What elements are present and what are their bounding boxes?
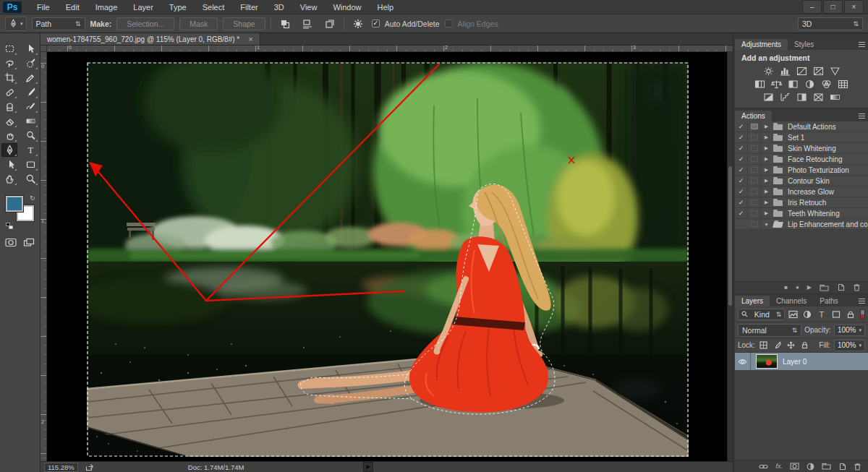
new-set-button[interactable]	[820, 284, 829, 291]
lasso-tool[interactable]	[1, 56, 17, 70]
tab-close-icon[interactable]: ×	[248, 35, 252, 43]
play-selection-button[interactable]: ▶	[807, 285, 812, 291]
expand-arrow-icon[interactable]: ▶	[761, 124, 772, 129]
panel-menu-button[interactable]	[856, 39, 868, 50]
action-dialog-toggle[interactable]	[748, 219, 761, 229]
collapse-arrow-icon[interactable]: ▼	[761, 222, 772, 227]
blend-mode-select[interactable]: Normal ⇅	[738, 324, 801, 337]
channel-mixer-button[interactable]	[820, 79, 833, 89]
swap-colors-icon[interactable]: ↻	[30, 194, 35, 202]
tool-mode-select[interactable]: Path ⇅	[32, 17, 85, 30]
spot-healing-brush-tool[interactable]	[1, 85, 17, 99]
make-shape-button[interactable]: Shape	[223, 17, 265, 30]
invert-button[interactable]	[762, 92, 775, 102]
action-row[interactable]: ✓▶Photo Texturization	[735, 165, 868, 176]
tab-styles[interactable]: Styles	[788, 39, 820, 50]
menu-filter[interactable]: Filter	[232, 0, 265, 14]
action-label[interactable]: Default Actions	[784, 123, 836, 131]
panel-menu-button[interactable]	[856, 111, 868, 121]
document-tab[interactable]: women-1784755_960_720.jpg @ 115% (Layer …	[41, 33, 260, 45]
action-row[interactable]: ✓▶Iris Retouch	[735, 197, 868, 208]
path-operations-button[interactable]	[276, 17, 294, 31]
threshold-button[interactable]	[795, 92, 808, 102]
new-group-button[interactable]	[822, 463, 831, 470]
quick-selection-tool[interactable]	[22, 56, 38, 70]
action-check-toggle[interactable]: ✓	[735, 186, 748, 197]
photo-document[interactable]	[87, 62, 689, 457]
layer-row-selected[interactable]: Layer 0	[735, 353, 868, 370]
action-row[interactable]: ✓▶Skin Whitening	[735, 143, 868, 154]
action-row[interactable]: ✓▶Face Retouching	[735, 154, 868, 165]
action-dialog-toggle[interactable]	[748, 132, 761, 142]
levels-button[interactable]	[778, 66, 791, 76]
brush-tool[interactable]	[22, 85, 38, 99]
action-label[interactable]: Face Retouching	[784, 155, 843, 163]
action-label[interactable]: Photo Texturization	[784, 166, 849, 174]
expand-arrow-icon[interactable]: ▶	[761, 156, 772, 162]
restore-button[interactable]: □	[823, 0, 843, 14]
hand-tool[interactable]	[1, 172, 17, 186]
action-label[interactable]: Set 1	[784, 134, 804, 142]
expand-arrow-icon[interactable]: ▶	[761, 167, 772, 173]
tab-paths[interactable]: Paths	[813, 296, 845, 306]
action-label[interactable]: Teeth Whitening	[784, 210, 840, 218]
lock-transparency-button[interactable]	[759, 340, 769, 351]
lock-all-button[interactable]	[800, 340, 810, 351]
fill-field[interactable]: 100% ▾	[834, 340, 865, 351]
color-lookup-button[interactable]	[837, 79, 850, 89]
action-dialog-toggle[interactable]	[748, 165, 761, 175]
history-brush-tool[interactable]	[22, 100, 38, 113]
menu-layer[interactable]: Layer	[125, 0, 161, 14]
scrollbar-thumb[interactable]	[728, 166, 732, 305]
filter-type-layers-button[interactable]: T	[816, 309, 828, 320]
filter-kind-select[interactable]: Kind ⇅	[738, 309, 785, 320]
posterize-button[interactable]	[778, 92, 791, 102]
crop-tool[interactable]	[1, 71, 17, 85]
lock-position-button[interactable]	[786, 340, 796, 351]
pen-tool[interactable]	[1, 143, 17, 157]
menu-select[interactable]: Select	[195, 0, 233, 14]
expand-arrow-icon[interactable]: ▶	[761, 189, 772, 194]
filter-pixel-layers-button[interactable]	[787, 309, 799, 320]
action-check-toggle[interactable]: ✓	[735, 197, 748, 207]
make-selection-button[interactable]: Selection...	[116, 17, 174, 30]
filter-shape-layers-button[interactable]	[830, 309, 843, 320]
filter-toggle-switch[interactable]	[860, 309, 865, 319]
clone-stamp-tool[interactable]	[1, 100, 17, 113]
auto-add-delete-checkbox[interactable]: ✓	[372, 20, 380, 27]
path-selection-tool[interactable]	[1, 158, 17, 171]
close-button[interactable]: ×	[844, 0, 864, 14]
black-white-button[interactable]	[787, 79, 800, 89]
action-row[interactable]: ✓▶Default Actions	[735, 121, 868, 132]
menu-type[interactable]: Type	[161, 0, 195, 14]
share-export-icon[interactable]	[85, 463, 94, 471]
zoom-level-field[interactable]: 115.28%	[44, 463, 78, 472]
vibrance-button[interactable]	[828, 66, 841, 76]
action-row[interactable]: ✓▶Teeth Whitening	[735, 208, 868, 219]
canvas[interactable]	[47, 52, 733, 461]
canvas-scrollbar[interactable]	[727, 52, 733, 461]
action-check-toggle[interactable]: ✓	[735, 176, 748, 186]
tab-adjustments[interactable]: Adjustments	[735, 39, 788, 50]
menu-help[interactable]: Help	[370, 0, 402, 14]
make-mask-button[interactable]: Mask	[179, 17, 218, 30]
layer-thumbnail[interactable]	[756, 354, 778, 369]
minimize-button[interactable]: –	[802, 0, 822, 14]
lock-pixels-button[interactable]	[773, 340, 783, 351]
move-tool[interactable]	[22, 42, 38, 56]
path-alignment-button[interactable]	[299, 17, 316, 31]
opacity-field[interactable]: 100% ▾	[834, 325, 865, 336]
action-label[interactable]: Iris Retouch	[784, 199, 826, 207]
dodge-tool[interactable]	[22, 129, 38, 142]
color-balance-button[interactable]	[770, 79, 783, 89]
quick-mask-button[interactable]	[5, 238, 17, 247]
action-label[interactable]: Skin Whitening	[784, 145, 836, 153]
gradient-map-button[interactable]	[828, 92, 841, 102]
action-check-toggle[interactable]: ✓	[735, 208, 748, 218]
menu-edit[interactable]: Edit	[58, 0, 88, 14]
tab-layers[interactable]: Layers	[735, 296, 770, 306]
screen-mode-button[interactable]	[23, 238, 35, 247]
expand-arrow-icon[interactable]: ▶	[761, 210, 772, 216]
filter-adjustment-layers-button[interactable]	[801, 309, 814, 320]
menu-file[interactable]: File	[29, 0, 58, 14]
